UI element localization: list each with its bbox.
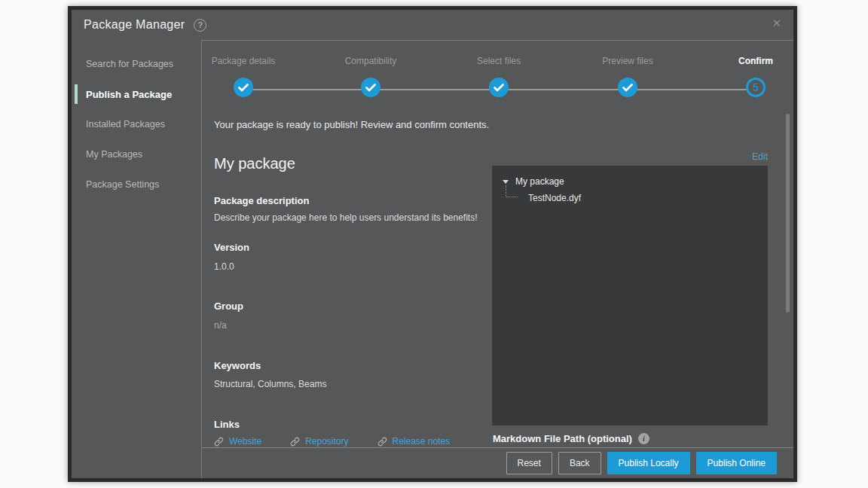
scroll-area: Package details Compatibility Select fil…	[202, 41, 793, 447]
step-label: Compatibility	[318, 56, 423, 66]
description-value: Describe your package here to help users…	[214, 212, 485, 223]
package-contents-tree: My package TestNode.dyf	[492, 166, 768, 425]
release-notes-link-label: Release notes	[393, 436, 451, 447]
sidebar-item-my-packages[interactable]: My Packages	[72, 139, 201, 169]
link-chain-icon	[290, 437, 300, 447]
markdown-file-path-label: Markdown File Path (optional)	[493, 433, 632, 444]
repository-link[interactable]: Repository	[290, 436, 348, 447]
website-link-label: Website	[229, 436, 261, 447]
keywords-label: Keywords	[214, 360, 485, 371]
tree-root-label: My package	[515, 176, 564, 187]
sidebar: Search for Packages Publish a Package In…	[72, 40, 201, 478]
step-complete-check-icon	[618, 78, 637, 97]
link-chain-icon	[377, 437, 387, 447]
reset-button[interactable]: Reset	[506, 452, 552, 474]
help-icon[interactable]: ?	[194, 19, 206, 32]
step-compatibility[interactable]: Compatibility	[318, 56, 423, 97]
link-chain-icon	[214, 437, 224, 447]
package-summary-fields: Package description Describe your packag…	[214, 195, 485, 447]
version-label: Version	[214, 242, 485, 253]
content-area: Package details Compatibility Select fil…	[201, 40, 793, 478]
step-select-files[interactable]: Select files	[446, 56, 552, 97]
step-label: Preview files	[575, 56, 680, 66]
keywords-value: Structural, Columns, Beams	[214, 379, 485, 389]
sidebar-item-label: Installed Packages	[86, 119, 165, 130]
footer-button-bar: Reset Back Publish Locally Publish Onlin…	[202, 447, 793, 478]
tree-item-label: TestNode.dyf	[528, 193, 581, 203]
sidebar-item-search-for-packages[interactable]: Search for Packages	[72, 49, 201, 79]
ready-message: Your package is ready to publish! Review…	[214, 119, 489, 130]
step-preview-files[interactable]: Preview files	[575, 56, 680, 97]
step-label: Confirm	[703, 56, 793, 66]
close-icon[interactable]: ✕	[772, 17, 781, 29]
sidebar-item-package-settings[interactable]: Package Settings	[72, 169, 201, 200]
group-label: Group	[214, 300, 485, 312]
step-complete-check-icon	[489, 78, 509, 97]
publish-locally-button[interactable]: Publish Locally	[607, 452, 690, 474]
info-icon[interactable]: i	[638, 433, 649, 444]
sidebar-item-label: Search for Packages	[86, 59, 173, 69]
step-package-details[interactable]: Package details	[202, 56, 296, 97]
package-title: My package	[214, 155, 295, 172]
title-bar: Package Manager ? ✕	[72, 10, 793, 40]
markdown-file-path-row: Markdown File Path (optional) i	[493, 433, 649, 444]
sidebar-item-publish-a-package[interactable]: Publish a Package	[72, 79, 201, 109]
dialog-body: Search for Packages Publish a Package In…	[72, 40, 793, 478]
step-complete-check-icon	[234, 78, 253, 97]
window-title: Package Manager	[84, 18, 185, 32]
tree-item-testnode-dyf[interactable]: TestNode.dyf	[528, 193, 768, 203]
tree-collapse-arrow-icon[interactable]	[503, 180, 509, 184]
release-notes-link[interactable]: Release notes	[377, 436, 451, 447]
sidebar-item-label: Publish a Package	[86, 89, 172, 100]
website-link[interactable]: Website	[214, 436, 261, 447]
tree-connector-line	[506, 185, 518, 197]
step-confirm[interactable]: Confirm 5	[703, 56, 793, 97]
package-manager-dialog: Package Manager ? ✕ Search for Packages …	[68, 6, 797, 482]
step-label: Select files	[446, 56, 552, 66]
repository-link-label: Repository	[305, 436, 348, 447]
description-label: Package description	[214, 195, 485, 206]
group-value: n/a	[214, 320, 485, 331]
step-label: Package details	[202, 56, 296, 66]
links-row: Website Repository Release notes	[214, 436, 485, 447]
edit-link[interactable]: Edit	[752, 151, 768, 162]
step-current-number-badge: 5	[746, 78, 766, 97]
wizard-stepper: Package details Compatibility Select fil…	[202, 41, 793, 112]
version-value: 1.0.0	[214, 261, 485, 272]
publish-online-button[interactable]: Publish Online	[696, 452, 777, 474]
sidebar-item-installed-packages[interactable]: Installed Packages	[72, 109, 201, 139]
sidebar-item-label: My Packages	[86, 149, 142, 160]
tree-root-my-package[interactable]: My package	[492, 166, 768, 187]
back-button[interactable]: Back	[558, 452, 601, 474]
vertical-scrollbar[interactable]	[786, 114, 790, 313]
sidebar-item-label: Package Settings	[86, 179, 159, 190]
step-complete-check-icon	[361, 78, 381, 97]
links-label: Links	[214, 419, 485, 430]
